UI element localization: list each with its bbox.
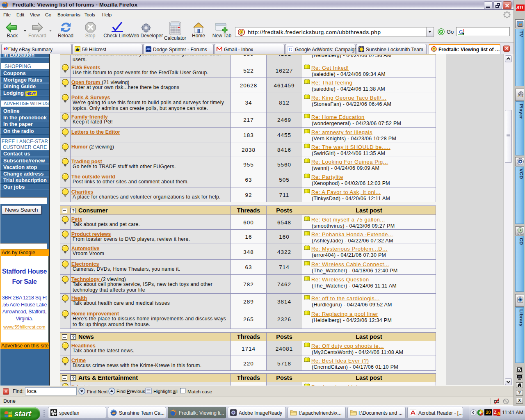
- svg-text:Y: Y: [240, 31, 242, 33]
- svg-text:VCD: VCD: [518, 159, 522, 161]
- svg-text:Y: Y: [433, 48, 435, 50]
- svg-text:G: G: [459, 29, 463, 35]
- svg-text:G: G: [289, 47, 292, 52]
